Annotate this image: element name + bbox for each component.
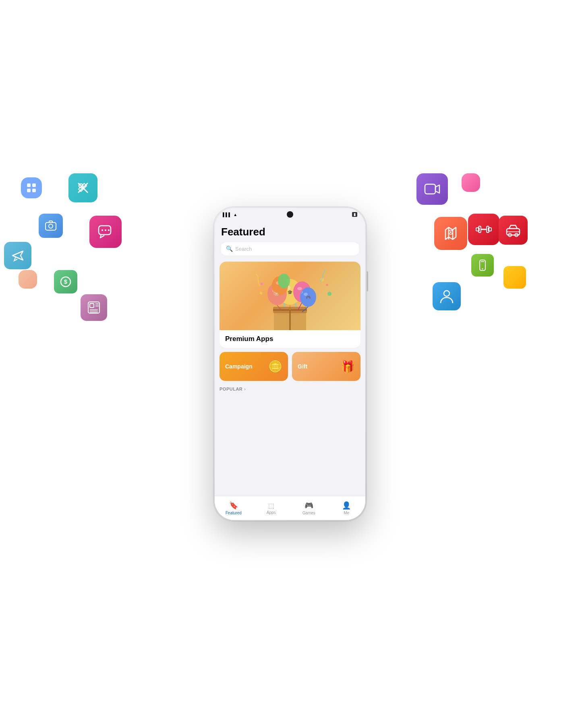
floating-icon-fitness [468,214,499,245]
svg-text:🎓: 🎓 [287,289,293,295]
svg-rect-19 [425,184,435,194]
banner-image: 🛍 🎓 ♪ 🎮 [220,262,360,330]
svg-point-8 [102,229,103,231]
svg-point-34 [482,268,483,270]
battery-icon: ▮ [352,212,357,217]
nav-me[interactable]: 👤 Me [328,501,366,515]
wifi-icon: ▲ [233,212,237,217]
popular-arrow-icon: › [244,387,245,391]
campaign-icon: 🪙 [268,360,282,373]
gift-icon: 🎁 [341,360,355,373]
svg-text:$: $ [64,278,68,285]
nav-featured-icon: 🔖 [229,501,238,510]
floating-icon-plane [4,242,31,269]
floating-icon-camera [39,214,63,238]
floating-icon-dollar: $ [54,270,77,293]
bottom-nav: 🔖 Featured ⬚ Apps 🎮 Games 👤 Me [215,496,365,520]
svg-rect-5 [46,223,56,230]
floating-icon-car [499,216,528,245]
signal-icon: ▌▌▌ [223,212,231,217]
svg-text:🛍: 🛍 [273,291,278,297]
floating-icon-grid [21,177,42,198]
svg-point-58 [327,292,331,296]
floating-icon-phone [471,254,494,277]
nav-games-icon: 🎮 [304,501,313,510]
banner-card[interactable]: 🛍 🎓 ♪ 🎮 Premium Apps [220,262,360,348]
svg-point-23 [450,231,452,233]
search-icon: 🔍 [226,245,233,252]
screen-scroll: 🛍 🎓 ♪ 🎮 Premium Apps Campaign 🪙 [215,258,365,496]
svg-point-57 [261,283,263,285]
screen-header: Featured 🔍 Search [215,221,365,258]
svg-point-55 [278,274,290,288]
svg-text:♪: ♪ [301,290,303,294]
search-bar[interactable]: 🔍 Search [221,242,359,255]
svg-rect-14 [90,304,94,308]
svg-point-10 [108,229,110,231]
gift-label: Gift [298,363,307,370]
side-button [367,271,368,291]
floating-icon-yellow [503,266,526,289]
phone-device: ▌▌▌ ▲ ▮ Featured 🔍 Search [213,207,367,521]
svg-rect-60 [325,283,328,286]
nav-apps[interactable]: ⬚ Apps [253,502,290,515]
floating-icon-support [433,282,461,310]
floating-icon-peach [19,270,37,289]
nav-apps-icon: ⬚ [268,502,274,510]
nav-apps-label: Apps [267,510,276,515]
phone-screen: ▌▌▌ ▲ ▮ Featured 🔍 Search [215,208,365,520]
floating-icon-pink [462,173,480,192]
svg-rect-1 [32,183,36,187]
floating-icon-map [434,217,467,250]
nav-games[interactable]: 🎮 Games [290,501,328,515]
promo-row: Campaign 🪙 Gift 🎁 [220,352,360,381]
nav-featured-label: Featured [226,511,242,515]
search-placeholder: Search [235,246,252,252]
banner-title: Premium Apps [220,330,360,348]
svg-rect-3 [32,189,36,192]
svg-point-9 [105,229,106,231]
status-signal: ▌▌▌ ▲ [223,212,237,217]
floating-icon-video [416,173,448,205]
nav-me-icon: 👤 [342,501,351,510]
gift-card[interactable]: Gift 🎁 [292,352,360,381]
popular-label: POPULAR [220,387,242,391]
nav-games-label: Games [302,511,315,515]
phone-frame: ▌▌▌ ▲ ▮ Featured 🔍 Search [213,207,367,521]
svg-rect-2 [27,189,31,192]
svg-rect-0 [27,183,31,187]
svg-rect-59 [259,291,263,295]
svg-text:🎮: 🎮 [306,295,311,300]
status-battery: ▮ [352,212,357,217]
campaign-label: Campaign [225,363,253,370]
popular-row[interactable]: POPULAR › [220,385,360,393]
svg-point-6 [49,224,53,228]
nav-featured[interactable]: 🔖 Featured [215,501,253,515]
nav-me-label: Me [344,511,349,515]
camera-notch [287,211,293,218]
campaign-card[interactable]: Campaign 🪙 [220,352,288,381]
page-title: Featured [221,226,359,238]
screen-content: Featured 🔍 Search [215,221,365,520]
floating-icon-chat [89,216,122,248]
floating-icon-tools [68,173,97,202]
svg-point-36 [444,291,450,296]
floating-icon-newspaper [81,294,107,321]
